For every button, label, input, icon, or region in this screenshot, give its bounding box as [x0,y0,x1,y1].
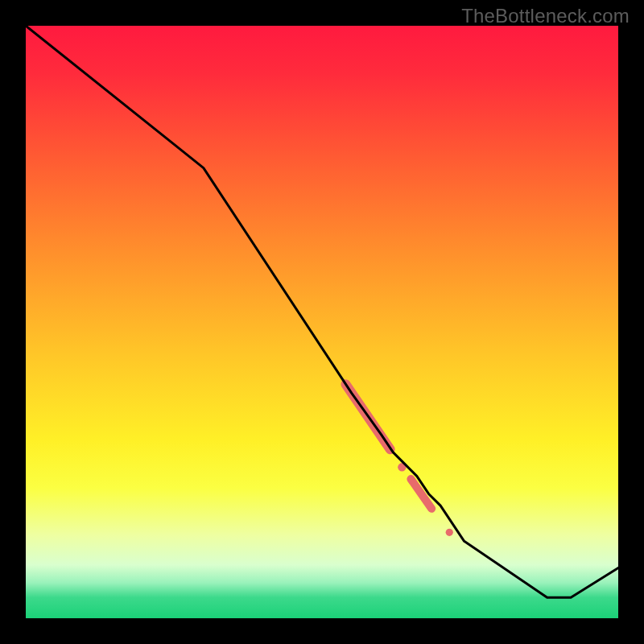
curve-layer [26,26,618,618]
plot-area [26,26,618,618]
bottleneck-curve [26,26,618,597]
watermark-text: TheBottleneck.com [461,5,630,27]
marker-dot [446,529,453,536]
chart-frame: TheBottleneck.com [0,0,644,644]
